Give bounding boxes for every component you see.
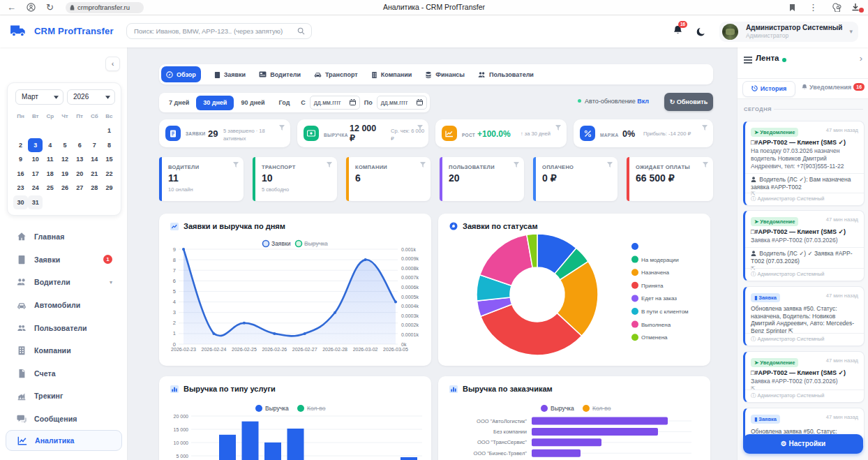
svg-text:20 000: 20 000 (174, 414, 189, 419)
svg-text:0.0004k: 0.0004k (401, 304, 419, 309)
svg-text:7: 7 (173, 267, 176, 274)
svg-text:Принята: Принята (641, 283, 664, 289)
svg-text:0.0005k: 0.0005k (401, 295, 419, 299)
svg-text:6: 6 (173, 278, 176, 284)
svg-text:2026-02-23: 2026-02-23 (171, 347, 196, 352)
svg-text:0.0002k: 0.0002k (401, 322, 419, 327)
svg-text:0.0009k: 0.0009k (401, 256, 419, 261)
svg-text:0.0003k: 0.0003k (401, 313, 419, 318)
svg-text:15 000: 15 000 (174, 427, 189, 432)
svg-text:2026-02-24: 2026-02-24 (201, 347, 226, 352)
svg-text:2026-02-26: 2026-02-26 (262, 347, 287, 352)
svg-text:Выручка: Выручка (551, 405, 574, 412)
svg-text:Кол-во: Кол-во (592, 405, 611, 412)
svg-text:Без компании: Без компании (493, 429, 527, 435)
svg-text:Отменена: Отменена (641, 334, 668, 341)
svg-text:Выполнена: Выполнена (641, 322, 671, 328)
svg-text:2026-02-28: 2026-02-28 (322, 347, 347, 352)
svg-text:ООО "ТрансСервис": ООО "ТрансСервис" (477, 439, 527, 445)
svg-text:3: 3 (173, 309, 176, 316)
svg-text:ООО "Бизнес-Трэвел": ООО "Бизнес-Трэвел" (474, 450, 527, 457)
svg-text:10 000: 10 000 (174, 440, 189, 445)
svg-text:5: 5 (173, 288, 176, 295)
svg-text:4: 4 (173, 299, 176, 305)
svg-text:0k: 0k (401, 342, 407, 347)
svg-text:2026-02-27: 2026-02-27 (292, 347, 317, 352)
svg-text:Выручка: Выручка (265, 405, 289, 412)
svg-text:Назначена: Назначена (641, 269, 670, 276)
svg-text:2: 2 (173, 320, 176, 326)
svg-text:0.0006k: 0.0006k (401, 285, 419, 290)
svg-text:На модерации: На модерации (641, 257, 679, 263)
svg-text:В пути с клиентом: В пути с клиентом (641, 309, 689, 315)
svg-text:ООО "АвтоЛогистик": ООО "АвтоЛогистик" (477, 418, 527, 424)
svg-text:Едет на заказ: Едет на заказ (641, 295, 677, 302)
svg-text:2026-03-02: 2026-03-02 (353, 347, 378, 352)
svg-text:0.0001k: 0.0001k (401, 332, 419, 337)
svg-text:9: 9 (173, 246, 176, 253)
svg-text:1: 1 (173, 330, 176, 336)
svg-text:0.0008k: 0.0008k (401, 266, 419, 271)
svg-text:5 000: 5 000 (176, 454, 188, 459)
svg-text:Кол-во: Кол-во (307, 405, 326, 412)
svg-text:Заявки: Заявки (271, 240, 291, 247)
svg-text:8: 8 (173, 257, 176, 263)
svg-text:0.001k: 0.001k (401, 247, 417, 252)
svg-text:0.0007k: 0.0007k (401, 275, 419, 280)
svg-text:Выручка: Выручка (304, 240, 328, 247)
svg-text:2026-02-25: 2026-02-25 (232, 347, 257, 352)
svg-text:2026-03-05: 2026-03-05 (383, 347, 408, 352)
